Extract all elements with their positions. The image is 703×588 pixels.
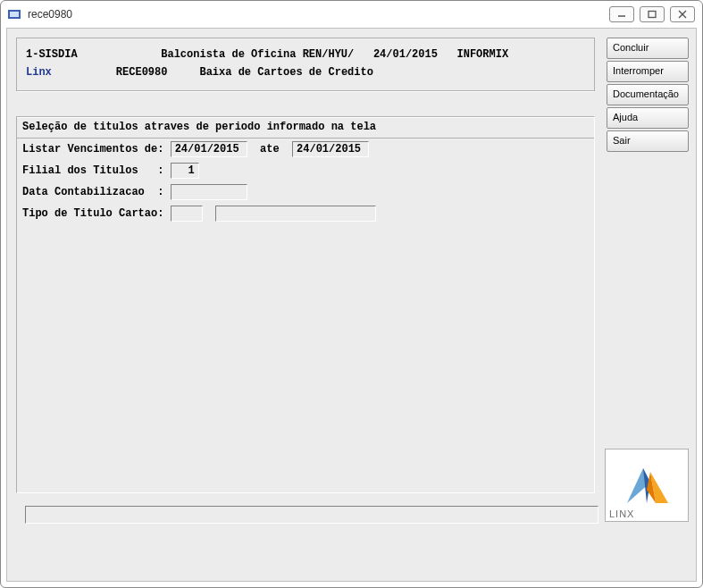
date-text: 24/01/2015: [373, 46, 438, 63]
db-text: INFORMIX: [457, 46, 509, 63]
window-controls: [609, 6, 695, 22]
main-panel: 1-SISDIA Balconista de Oficina REN/HYU/ …: [16, 38, 595, 529]
minimize-button[interactable]: [609, 6, 634, 22]
svg-rect-3: [649, 12, 656, 18]
svg-rect-1: [10, 12, 19, 17]
data-contab-field[interactable]: [171, 184, 247, 200]
documentacao-button[interactable]: Documentação: [607, 84, 689, 105]
brand-logo: LINX: [605, 449, 689, 522]
date-to-field[interactable]: 24/01/2015: [292, 141, 369, 157]
interromper-button[interactable]: Interromper: [607, 61, 689, 82]
label-date-range: Listar Vencimentos de:: [22, 143, 163, 155]
window-title: rece0980: [28, 8, 72, 21]
program-code: RECE0980: [116, 63, 168, 81]
company-name: Linx: [26, 63, 52, 81]
form-body: Seleção de titulos atraves de periodo in…: [16, 116, 595, 493]
row-filial: Filial dos Titulos : 1: [17, 160, 594, 181]
row-date-range: Listar Vencimentos de: 24/01/2015 ate 24…: [17, 139, 594, 160]
tipo-desc-field[interactable]: [215, 206, 376, 222]
side-panel: Concluir Interromper Documentação Ajuda …: [607, 38, 689, 154]
concluir-button[interactable]: Concluir: [607, 38, 689, 59]
role-text: Balconista de Oficina REN/HYU/: [161, 46, 354, 63]
close-button[interactable]: [670, 6, 695, 22]
client-area: 1-SISDIA Balconista de Oficina REN/HYU/ …: [6, 28, 697, 582]
app-icon: [8, 7, 22, 21]
window-frame: rece0980 1-SISDIA Balconista de Oficina …: [0, 0, 703, 588]
status-bar: [25, 506, 598, 524]
label-filial: Filial dos Titulos :: [22, 164, 163, 177]
label-data-contab: Data Contabilizacao :: [22, 186, 163, 198]
section-title: Seleção de titulos atraves de periodo in…: [17, 117, 594, 139]
sair-button[interactable]: Sair: [607, 130, 689, 152]
titlebar: rece0980: [3, 3, 700, 26]
label-ate: ate: [260, 143, 280, 155]
program-description: Baixa de Cartoes de Credito: [199, 63, 372, 81]
program-header: 1-SISDIA Balconista de Oficina REN/HYU/ …: [16, 38, 595, 91]
date-from-field[interactable]: 24/01/2015: [171, 141, 247, 157]
label-tipo: Tipo de Titulo Cartao:: [22, 207, 163, 220]
row-data-contab: Data Contabilizacao :: [17, 181, 594, 203]
ajuda-button[interactable]: Ajuda: [607, 107, 689, 129]
row-tipo: Tipo de Titulo Cartao:: [17, 203, 594, 224]
tipo-code-field[interactable]: [171, 206, 203, 222]
linx-logo-icon: [620, 463, 674, 508]
filial-field[interactable]: 1: [171, 163, 199, 179]
brand-logo-text: LINX: [609, 508, 634, 519]
maximize-button[interactable]: [640, 6, 665, 22]
system-name: 1-SISDIA: [26, 46, 78, 63]
